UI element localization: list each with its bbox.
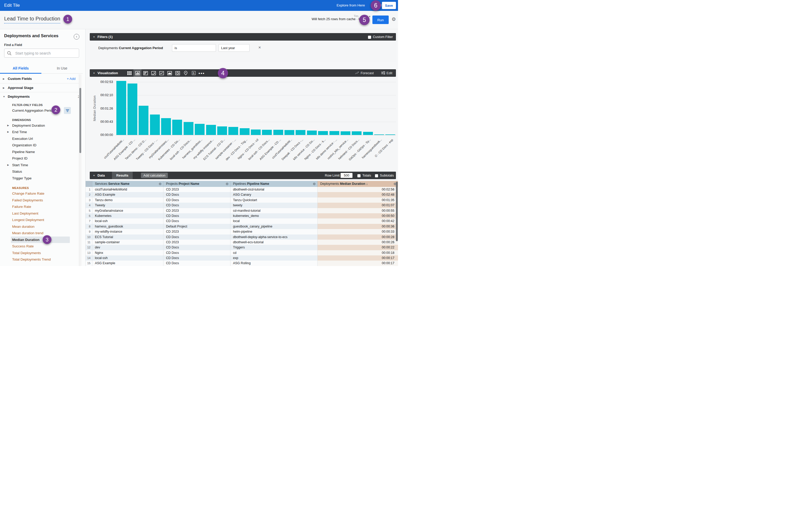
column-gear-icon[interactable]: ⚙ <box>159 181 162 187</box>
edit-visualization-button[interactable]: Edit <box>381 69 392 77</box>
custom-filter-checkbox[interactable] <box>368 36 371 39</box>
bar-k8s-service-cd-do[interactable] <box>307 131 317 135</box>
field-item-mean-duration[interactable]: Mean duration <box>0 223 79 230</box>
bar-harnessguestbook[interactable] <box>374 134 384 135</box>
bar-k8s-demo-service[interactable] <box>330 131 339 135</box>
column-header-service-name[interactable]: Services Service Name⚙ <box>92 181 163 187</box>
field-item-mean-duration-trend[interactable]: Mean duration trend <box>0 230 79 236</box>
timezone-chevron-down-icon[interactable]: ▾ <box>369 15 370 18</box>
field-item-longest-deployment[interactable]: Longest Deployment <box>0 216 79 223</box>
viz-more-icon[interactable]: ●●● <box>198 69 206 77</box>
viz-bar-chart-icon[interactable] <box>142 69 149 77</box>
visualization-section-bar[interactable]: ▾ Visualization 6●●● Forecast Edit <box>90 69 396 77</box>
settings-gear-icon[interactable]: ⚙ <box>391 16 396 22</box>
field-item-last-deployment[interactable]: Last Deployment <box>0 210 79 217</box>
field-item-change-failure-rate[interactable]: Change Failure Rate <box>0 190 79 197</box>
column-header-median-duration[interactable]: Deployments Median Duration ↓⚙ <box>318 181 398 187</box>
viz-table-icon[interactable] <box>126 69 133 77</box>
sidebar-group-custom-fields[interactable]: ▶Custom Fields+ Add <box>0 74 79 83</box>
bar-local-ssh-cd-docs[interactable] <box>262 130 272 135</box>
filter-by-field-button[interactable] <box>64 107 71 114</box>
totals-checkbox[interactable] <box>357 174 360 177</box>
field-item-median-duration[interactable]: Median Duration <box>0 236 79 243</box>
remove-filter-icon[interactable]: × <box>258 45 261 50</box>
add-calculation-button[interactable]: Add calculation <box>141 173 168 178</box>
bar-local-ssh-cd-docs[interactable] <box>184 122 193 135</box>
subtotals-toggle[interactable]: Subtotals <box>375 172 394 179</box>
bar-nginx-cd-docs-cd[interactable] <box>251 130 261 135</box>
bar-cicdtutorialhellow[interactable] <box>116 81 126 135</box>
viz-map-pin-icon[interactable] <box>182 69 189 77</box>
data-collapse-caret-icon[interactable]: ▾ <box>93 172 95 179</box>
totals-toggle[interactable]: Totals <box>357 172 371 179</box>
viz-scatter-icon[interactable] <box>149 69 158 77</box>
bar-helmtest-cd-docs[interactable] <box>352 131 362 135</box>
field-item-failure-rate[interactable]: Failure Rate <box>0 204 79 210</box>
bar-nginx-cd-docs-k[interactable] <box>318 131 328 135</box>
field-item-success-rate[interactable]: Success Rate <box>0 243 79 250</box>
collapse-sidebar-icon[interactable]: ‹ <box>74 34 79 40</box>
sidebar-scrollbar-thumb[interactable] <box>79 88 81 153</box>
viz-area-chart-icon[interactable] <box>166 69 173 77</box>
viz-pie-chart-icon[interactable] <box>173 69 182 77</box>
caret-down-icon[interactable]: ▼ <box>3 92 5 101</box>
bar-tweety-cd-docs[interactable] <box>150 115 160 135</box>
filters-section-bar[interactable]: ▾ Filters (1) Custom Filter <box>90 33 396 41</box>
filter-value-input[interactable] <box>219 44 249 52</box>
caret-right-icon[interactable]: ▶ <box>3 83 5 92</box>
subtotals-checkbox[interactable] <box>375 174 378 177</box>
data-section-bar[interactable]: ▾ Data Results Add calculation Row Limit… <box>90 172 396 179</box>
add-custom-field-link[interactable]: + Add <box>67 74 75 83</box>
field-item-status[interactable]: Status <box>0 168 79 175</box>
sidebar-scrollbar[interactable] <box>79 74 81 266</box>
bar-cicdtutorialhellow[interactable] <box>284 130 294 135</box>
field-item-execution-url[interactable]: Execution Url <box>0 135 79 142</box>
caret-right-icon[interactable]: ▶ <box>3 74 5 83</box>
visualization-collapse-caret-icon[interactable]: ▾ <box>93 69 95 77</box>
bar-sample-container[interactable] <box>228 127 238 135</box>
caret-right-icon[interactable]: ▶ <box>7 122 9 129</box>
field-item-failed-deployments[interactable]: Failed Deployments <box>0 197 79 204</box>
field-item-trigger-type[interactable]: Trigger Type <box>0 175 79 182</box>
bar-ecs-tutorial-cd-d[interactable] <box>217 127 227 135</box>
run-button[interactable]: Run <box>372 16 389 24</box>
results-tab[interactable]: Results <box>112 172 133 179</box>
bar-asg-example-cd[interactable] <box>128 83 137 135</box>
field-item-organization-id[interactable]: Organization ID <box>0 142 79 149</box>
bar-asg-example-cd[interactable] <box>273 130 283 135</box>
tab-all-fields[interactable]: All Fields <box>0 63 41 73</box>
column-gear-icon[interactable]: ⚙ <box>225 181 228 187</box>
save-button[interactable]: Save <box>382 2 396 9</box>
caret-right-icon[interactable]: ▶ <box>7 162 9 169</box>
field-item-total-deployments[interactable]: Total Deployments <box>0 250 79 256</box>
filter-operator-input[interactable] <box>172 44 216 52</box>
viz-column-chart-icon[interactable] <box>133 69 142 77</box>
field-item-total-deployments-trend[interactable]: Total Deployments Trend <box>0 256 79 263</box>
column-header-project-name[interactable]: Projects Project Name⚙ <box>163 181 230 187</box>
field-item-project-id[interactable]: Project ID <box>0 155 79 162</box>
tab-in-use[interactable]: In Use <box>41 63 83 73</box>
column-header-pipeline-name[interactable]: Pipelines Pipeline Name⚙ <box>230 181 318 187</box>
explore-from-here-link[interactable]: Explore from Here <box>336 0 365 11</box>
row-limit-input[interactable] <box>340 173 352 178</box>
bar-cd-docs-exp[interactable] <box>385 134 395 135</box>
bar-gitops-gitops-sy[interactable] <box>363 132 373 135</box>
bar-dev-cd-docs-trig[interactable] <box>240 128 249 135</box>
bar-my-wildfly-instance[interactable] <box>206 125 216 135</box>
column-gear-icon[interactable]: ⚙ <box>313 181 316 187</box>
bar-roshni-k8s-service[interactable] <box>340 131 350 135</box>
field-item-start-time[interactable]: ▶Start Time <box>0 162 79 169</box>
tile-title-editable[interactable]: Lead Time to Production <box>4 16 60 23</box>
bar-tanzu-demo-cd-d[interactable] <box>138 106 148 135</box>
viz-line-chart-icon[interactable] <box>158 69 166 77</box>
bar-mygrafanainstanc[interactable] <box>161 118 171 135</box>
field-item-pipeline-name[interactable]: Pipeline Name <box>0 149 79 155</box>
filters-collapse-caret-icon[interactable]: ▾ <box>93 33 95 41</box>
field-item-deployment-duration[interactable]: ▶Deployment Duration <box>0 122 79 129</box>
field-item-current-aggregation-period[interactable]: Current Aggregation Period <box>0 107 79 114</box>
bar-deepak-cd-docs[interactable] <box>296 130 306 135</box>
table-scrollbar-thumb[interactable] <box>396 182 398 241</box>
caret-right-icon[interactable]: ▶ <box>7 129 9 135</box>
viz-single-value-icon[interactable]: 6 <box>189 69 198 77</box>
bar-kubernetes-cd-do[interactable] <box>172 120 182 135</box>
